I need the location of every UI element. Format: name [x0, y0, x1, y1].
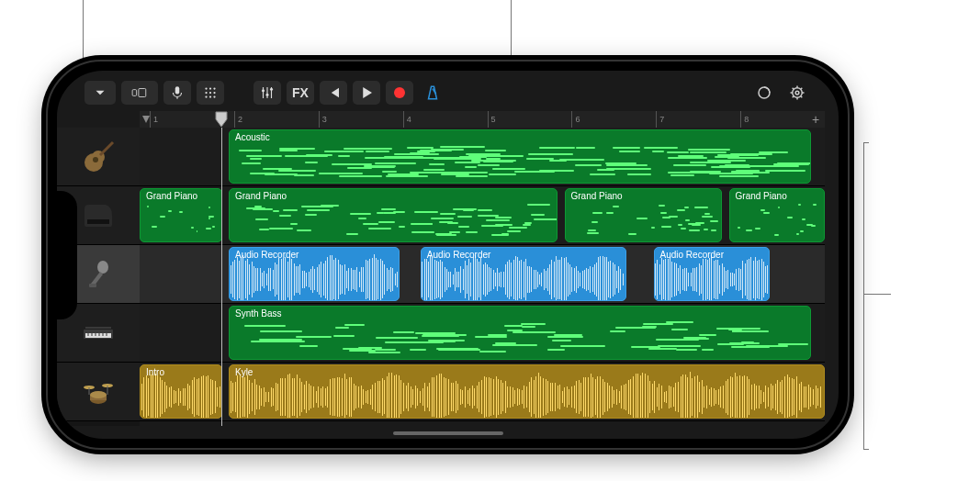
region-label: Grand Piano: [146, 191, 197, 201]
microphone-track-icon: [80, 256, 117, 293]
svg-point-10: [209, 95, 211, 97]
track-header-drums[interactable]: [57, 363, 140, 421]
svg-point-5: [213, 87, 215, 89]
microphone-icon: [169, 84, 186, 101]
metronome-icon: [424, 84, 441, 101]
play-icon: [358, 84, 375, 101]
svg-point-7: [209, 92, 211, 94]
loop-button[interactable]: [750, 81, 778, 105]
rewind-icon: [325, 84, 342, 101]
audio-region[interactable]: Audio Recorder: [421, 247, 626, 301]
midi-content: [144, 204, 218, 238]
svg-point-14: [270, 88, 273, 91]
grid-icon: [202, 84, 219, 101]
microphone-button[interactable]: [163, 81, 191, 105]
audio-region[interactable]: Audio Recorder: [654, 247, 771, 301]
mixer-button[interactable]: [253, 81, 281, 105]
tracks-area[interactable]: Acoustic Grand Piano Grand Piano Grand P…: [140, 128, 825, 426]
region-label: Grand Piano: [235, 191, 287, 201]
track-row[interactable]: Audio Recorder Audio Recorder Audio Reco…: [140, 245, 825, 304]
region-label: Audio Recorder: [427, 250, 490, 260]
svg-rect-24: [89, 284, 96, 287]
timeline-ruler[interactable]: 1 2 3 4 5 6 7 8: [140, 111, 825, 128]
svg-rect-2: [175, 86, 180, 94]
midi-content: [734, 204, 820, 238]
ruler-bar: 3: [319, 111, 403, 128]
region-label: Intro: [146, 367, 164, 377]
region-label: Kyle: [235, 367, 253, 377]
midi-region[interactable]: Grand Piano: [140, 188, 222, 242]
waveform: [655, 261, 770, 298]
waveform: [230, 261, 400, 298]
midi-region[interactable]: Grand Piano: [729, 188, 825, 242]
grid-button[interactable]: [197, 81, 224, 105]
audio-region[interactable]: Audio Recorder: [229, 247, 400, 301]
midi-region[interactable]: Grand Piano: [229, 188, 558, 242]
track-row[interactable]: Synth Bass: [140, 304, 825, 363]
midi-content: [233, 204, 553, 238]
svg-point-6: [205, 92, 207, 94]
record-button[interactable]: [386, 81, 413, 105]
settings-button[interactable]: [783, 81, 811, 105]
svg-point-13: [266, 94, 269, 96]
midi-content: [233, 145, 806, 179]
iphone-frame: FX: [46, 60, 850, 450]
guitar-icon: [80, 139, 117, 175]
fx-button[interactable]: FX: [287, 81, 314, 105]
view-icon: [131, 84, 148, 101]
ruler-bar: 6: [571, 111, 656, 128]
audio-region[interactable]: Intro: [140, 364, 222, 419]
svg-rect-0: [132, 90, 137, 96]
callout-line: [863, 142, 864, 450]
track-row[interactable]: Intro Kyle: [140, 363, 825, 421]
browser-button[interactable]: [84, 81, 116, 105]
device-notch: [57, 191, 77, 319]
svg-point-23: [97, 261, 108, 274]
midi-content: [233, 321, 806, 355]
play-button[interactable]: [353, 81, 380, 105]
callout-line: [863, 294, 891, 295]
svg-rect-22: [87, 219, 109, 224]
callout-line: [83, 0, 84, 69]
svg-point-9: [205, 95, 207, 97]
ruler-bar: 5: [488, 111, 572, 128]
svg-point-4: [209, 87, 211, 89]
ruler-bar: 2: [234, 111, 319, 128]
toolbar: FX: [84, 78, 811, 107]
ruler-bar: 4: [403, 111, 488, 128]
loop-icon: [756, 84, 772, 101]
svg-point-3: [205, 87, 207, 89]
callout-line: [863, 449, 869, 450]
gear-icon: [789, 84, 805, 101]
rewind-button[interactable]: [320, 81, 347, 105]
midi-region[interactable]: Synth Bass: [229, 306, 811, 360]
svg-point-17: [793, 88, 803, 98]
sliders-icon: [259, 84, 276, 101]
svg-point-11: [213, 95, 215, 97]
midi-region[interactable]: Acoustic: [229, 129, 811, 184]
app-screen: FX: [57, 71, 839, 439]
midi-region[interactable]: Grand Piano: [565, 188, 723, 242]
audio-region[interactable]: Kyle: [229, 364, 825, 419]
view-mode-button[interactable]: [121, 81, 158, 105]
add-section-button[interactable]: +: [806, 111, 825, 128]
track-row[interactable]: Acoustic: [140, 128, 825, 186]
chevron-down-icon: [92, 84, 108, 101]
svg-point-15: [394, 87, 405, 98]
svg-point-18: [795, 91, 799, 95]
waveform: [141, 378, 221, 416]
playhead[interactable]: [215, 111, 228, 128]
waveform: [422, 261, 625, 298]
region-label: Grand Piano: [571, 191, 623, 201]
track-header-guitar[interactable]: [57, 128, 140, 186]
ruler-bar: 7: [656, 111, 740, 128]
callout-line: [863, 142, 869, 143]
region-label: Audio Recorder: [235, 250, 299, 260]
track-row[interactable]: Grand Piano Grand Piano Grand Piano Gran…: [140, 186, 825, 245]
svg-rect-1: [139, 89, 146, 97]
svg-point-8: [213, 92, 215, 94]
midi-content: [569, 204, 718, 238]
region-label: Synth Bass: [235, 308, 282, 319]
svg-rect-26: [85, 333, 111, 338]
metronome-button[interactable]: [419, 81, 446, 105]
